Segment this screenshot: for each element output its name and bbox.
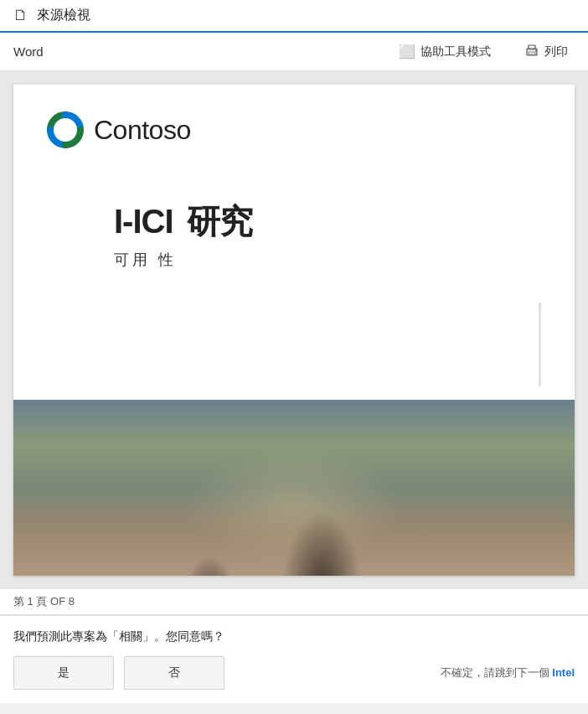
document-area: Contoso I-ICI 研究 可用 性: [0, 71, 588, 589]
document-icon: 🗋: [13, 7, 28, 24]
logo-text: Contoso: [94, 115, 191, 146]
document-page: Contoso I-ICI 研究 可用 性: [13, 85, 575, 576]
toolbar-right: ⬜ 協助工具模式 列印: [392, 39, 575, 64]
doc-image-area: [13, 400, 575, 576]
doc-title-prefix: I-ICI: [114, 203, 173, 241]
no-button[interactable]: 否: [124, 656, 224, 690]
title-bar: 🗋 來源檢視: [0, 0, 588, 33]
page-counter-text: 第 1 頁 OF 8: [13, 595, 75, 608]
title-bar-text: 來源檢視: [37, 7, 90, 24]
accessibility-button[interactable]: ⬜ 協助工具模式: [392, 40, 498, 63]
skip-text: 不確定，請跳到下一個 Intel: [441, 665, 575, 680]
contoso-logo: Contoso: [47, 111, 191, 148]
contoso-logo-icon: [47, 111, 84, 148]
bottom-panel: 我們預測此專案為「相關」。您同意嗎？ 是 否 不確定，請跳到下一個 Intel: [0, 615, 588, 703]
bottom-actions: 是 否 不確定，請跳到下一個 Intel: [13, 656, 575, 690]
prediction-text: 我們預測此專案為「相關」。您同意嗎？: [13, 629, 575, 644]
print-label: 列印: [544, 44, 568, 60]
accessibility-icon: ⬜: [399, 44, 415, 60]
svg-rect-2: [529, 52, 535, 54]
toolbar: Word ⬜ 協助工具模式 列印: [0, 33, 588, 71]
svg-point-3: [535, 50, 537, 52]
accessibility-label: 協助工具模式: [420, 44, 491, 60]
doc-photo: [13, 400, 575, 576]
doc-accent-line: [539, 303, 541, 386]
print-icon: [524, 43, 539, 60]
doc-title: I-ICI 研究: [114, 199, 541, 245]
doc-subtitle: 可用 性: [114, 250, 541, 270]
intel-label: Intel: [552, 666, 575, 679]
yes-button[interactable]: 是: [13, 656, 114, 690]
page-counter: 第 1 頁 OF 8: [0, 589, 588, 615]
doc-header: Contoso: [13, 85, 575, 165]
doc-title-main: 研究: [187, 199, 252, 245]
doc-title-section: I-ICI 研究 可用 性: [13, 165, 575, 287]
word-label: Word: [13, 44, 44, 59]
print-button[interactable]: 列印: [518, 39, 575, 64]
